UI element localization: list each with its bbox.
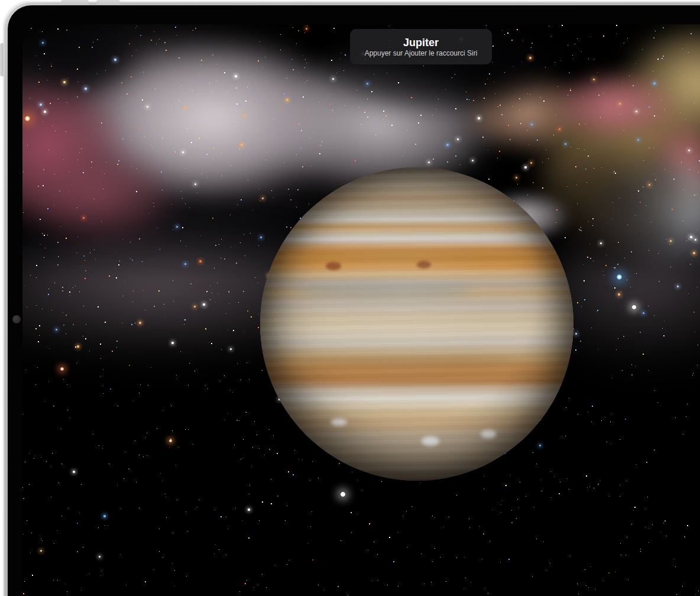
planet-band-detail bbox=[296, 283, 473, 299]
planet-band-detail bbox=[284, 251, 538, 262]
siri-shortcut-banner: Jupiter Appuyer sur Ajouter le raccourci… bbox=[350, 29, 492, 64]
star bbox=[529, 57, 532, 59]
star bbox=[516, 177, 517, 179]
star bbox=[40, 103, 42, 106]
star bbox=[653, 82, 656, 85]
star bbox=[147, 106, 148, 108]
star bbox=[472, 160, 474, 161]
star bbox=[559, 128, 560, 130]
planet-white-oval bbox=[481, 430, 496, 438]
star bbox=[40, 550, 42, 552]
bright-star bbox=[25, 116, 30, 121]
star bbox=[182, 151, 184, 153]
star bbox=[693, 252, 695, 254]
star bbox=[184, 263, 186, 265]
star bbox=[446, 144, 449, 146]
star bbox=[199, 260, 202, 263]
star bbox=[530, 162, 532, 164]
star bbox=[619, 103, 621, 105]
star bbox=[77, 345, 79, 348]
star bbox=[478, 117, 480, 119]
star bbox=[241, 144, 243, 146]
star bbox=[139, 322, 141, 324]
star bbox=[332, 78, 334, 80]
star bbox=[44, 111, 46, 113]
banner-subtitle: Appuyer sur Ajouter le raccourci Siri bbox=[365, 50, 478, 57]
star bbox=[194, 306, 196, 307]
star bbox=[176, 226, 178, 228]
star bbox=[203, 303, 205, 306]
star bbox=[670, 240, 672, 242]
star bbox=[73, 471, 75, 473]
star bbox=[690, 236, 692, 238]
volume-down-button[interactable] bbox=[96, 0, 120, 5]
star bbox=[575, 333, 577, 335]
planet-storm-spot bbox=[326, 262, 341, 270]
star bbox=[306, 28, 307, 30]
star bbox=[428, 161, 430, 163]
bright-star bbox=[341, 492, 345, 497]
front-camera-icon bbox=[12, 315, 21, 323]
star bbox=[286, 99, 289, 101]
star bbox=[643, 312, 644, 314]
star bbox=[235, 75, 237, 77]
star bbox=[85, 88, 87, 90]
star bbox=[103, 515, 106, 517]
planet-jupiter[interactable] bbox=[260, 167, 573, 481]
star bbox=[262, 197, 264, 199]
star bbox=[695, 239, 696, 241]
planet-white-oval bbox=[422, 436, 439, 446]
star bbox=[600, 242, 602, 244]
star bbox=[63, 81, 66, 83]
star bbox=[114, 59, 116, 61]
star bbox=[636, 111, 637, 112]
star bbox=[618, 293, 620, 296]
bright-star bbox=[169, 439, 172, 442]
star bbox=[248, 508, 250, 511]
star bbox=[649, 184, 650, 186]
planet-white-oval bbox=[331, 419, 347, 426]
star bbox=[531, 124, 533, 125]
star bbox=[637, 139, 639, 141]
star bbox=[457, 138, 459, 140]
star bbox=[524, 166, 527, 169]
star bbox=[260, 237, 262, 238]
star bbox=[99, 556, 101, 558]
star bbox=[171, 342, 174, 344]
planet-storm-spot bbox=[417, 261, 431, 268]
star bbox=[195, 183, 196, 185]
star bbox=[230, 348, 232, 350]
top-button[interactable] bbox=[0, 43, 4, 76]
star bbox=[677, 286, 679, 287]
volume-up-button[interactable] bbox=[61, 0, 89, 5]
planet-band-detail bbox=[302, 358, 526, 367]
star bbox=[367, 83, 368, 85]
star bbox=[688, 150, 690, 151]
banner-title: Jupiter bbox=[403, 37, 439, 48]
ar-scene-viewport[interactable]: Jupiter Appuyer sur Ajouter le raccourci… bbox=[22, 24, 700, 596]
star bbox=[184, 107, 186, 109]
ipad-device: Jupiter Appuyer sur Ajouter le raccourci… bbox=[0, 0, 700, 596]
bright-star bbox=[60, 367, 64, 371]
bright-star bbox=[632, 305, 636, 309]
star bbox=[539, 445, 541, 446]
star bbox=[244, 115, 245, 116]
star bbox=[565, 143, 566, 145]
star bbox=[56, 329, 57, 331]
star bbox=[83, 217, 85, 219]
star bbox=[42, 42, 44, 44]
bright-star bbox=[617, 274, 622, 280]
star bbox=[593, 79, 595, 80]
